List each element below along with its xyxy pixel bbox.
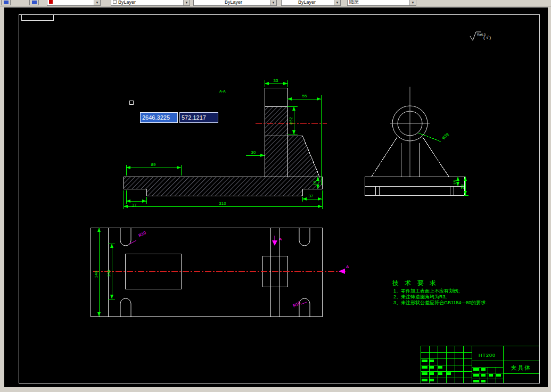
dynamic-input-x[interactable]: 2646.3225 <box>140 112 178 123</box>
linetype-combo-value: ByLayer <box>225 0 242 5</box>
color-combo[interactable]: ByLayer ▼ <box>111 0 190 6</box>
plotstyle-combo-value: 随层 <box>349 0 359 5</box>
chevron-down-icon[interactable]: ▼ <box>94 0 100 5</box>
chevron-down-icon[interactable]: ▼ <box>409 0 416 5</box>
properties-toolbar: ▼ ByLayer ▼ ByLayer ▼ ByLayer ▼ 随层 ▼ <box>0 0 551 7</box>
plotstyle-combo[interactable]: 随层 ▼ <box>347 0 416 6</box>
button-glyph-icon <box>4 1 9 4</box>
lineweight-combo[interactable]: ByLayer ▼ <box>281 0 341 6</box>
layer-manager-button[interactable] <box>29 0 39 5</box>
layer-combo[interactable]: ▼ <box>47 0 101 6</box>
dynamic-input-y[interactable]: 572.1217 <box>179 112 218 123</box>
layers-icon <box>32 1 37 4</box>
drawing-canvas[interactable] <box>4 6 548 387</box>
lineweight-combo-value: ByLayer <box>298 0 316 5</box>
layer-color-swatch <box>49 0 53 4</box>
chevron-down-icon[interactable]: ▼ <box>270 0 276 5</box>
linetype-combo[interactable]: ByLayer ▼ <box>193 0 277 6</box>
chevron-down-icon[interactable]: ▼ <box>183 0 190 5</box>
toolbar-button[interactable] <box>1 0 11 5</box>
color-combo-value: ByLayer <box>118 0 136 5</box>
chevron-down-icon[interactable]: ▼ <box>334 0 340 5</box>
current-color-swatch <box>113 0 117 4</box>
